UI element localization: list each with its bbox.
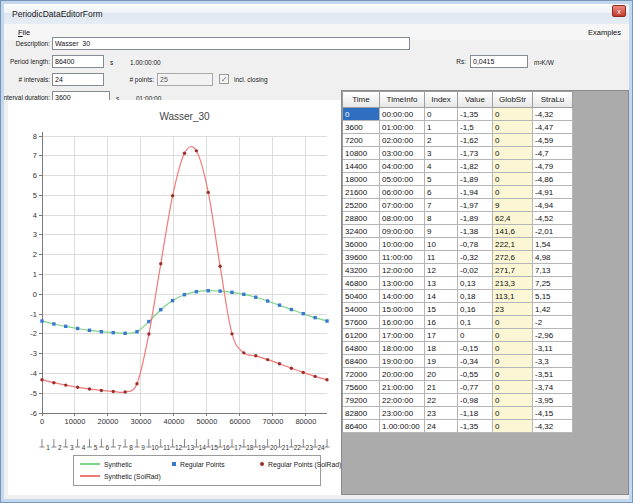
cell[interactable]: 18000 xyxy=(343,173,380,186)
cell[interactable]: 54000 xyxy=(343,303,380,316)
close-button[interactable]: x xyxy=(612,5,626,17)
cell[interactable]: -1,94 xyxy=(458,186,493,199)
cell[interactable]: -2,01 xyxy=(533,225,573,238)
cell[interactable]: 11:00:00 xyxy=(380,251,425,264)
cell[interactable]: 79200 xyxy=(343,394,380,407)
cell[interactable]: -0,98 xyxy=(458,394,493,407)
cell[interactable]: 0,18 xyxy=(458,290,493,303)
cell[interactable]: -3,11 xyxy=(533,342,573,355)
cell[interactable]: 0 xyxy=(493,342,533,355)
cell[interactable]: 20:00:00 xyxy=(380,368,425,381)
cell[interactable]: -1,82 xyxy=(458,160,493,173)
cell[interactable]: 14 xyxy=(425,290,458,303)
cell[interactable]: 8 xyxy=(425,212,458,225)
column-header-stralu[interactable]: StraLu xyxy=(533,92,573,108)
column-header-time[interactable]: Time xyxy=(343,92,380,108)
cell[interactable]: 04:00:00 xyxy=(380,160,425,173)
cell[interactable]: 46800 xyxy=(343,277,380,290)
cell[interactable]: 5 xyxy=(425,173,458,186)
period-length-input[interactable] xyxy=(52,55,104,68)
cell[interactable]: 62,4 xyxy=(493,212,533,225)
cell[interactable]: 32400 xyxy=(343,225,380,238)
cell[interactable]: 82800 xyxy=(343,407,380,420)
cell[interactable]: 10800 xyxy=(343,147,380,160)
cell[interactable]: 9 xyxy=(493,199,533,212)
cell[interactable]: 16:00:00 xyxy=(380,316,425,329)
cell[interactable]: 3 xyxy=(425,147,458,160)
cell[interactable]: 10 xyxy=(425,238,458,251)
cell[interactable]: 0 xyxy=(493,394,533,407)
cell[interactable]: -4,32 xyxy=(533,420,573,433)
cell[interactable]: -0,55 xyxy=(458,368,493,381)
cell[interactable]: 43200 xyxy=(343,264,380,277)
cell[interactable]: -1,18 xyxy=(458,407,493,420)
cell[interactable]: 0 xyxy=(343,108,380,121)
cell[interactable]: -0,77 xyxy=(458,381,493,394)
cell[interactable]: 7 xyxy=(425,199,458,212)
cell[interactable]: -4,79 xyxy=(533,160,573,173)
cell[interactable]: -4,32 xyxy=(533,108,573,121)
cell[interactable]: 0,1 xyxy=(458,316,493,329)
cell[interactable]: 0 xyxy=(493,407,533,420)
cell[interactable]: 22:00:00 xyxy=(380,394,425,407)
cell[interactable]: -3,3 xyxy=(533,355,573,368)
cell[interactable]: 75600 xyxy=(343,381,380,394)
cell[interactable]: -2,96 xyxy=(533,329,573,342)
cell[interactable]: 19:00:00 xyxy=(380,355,425,368)
cell[interactable]: 61200 xyxy=(343,329,380,342)
cell[interactable]: 19 xyxy=(425,355,458,368)
cell[interactable]: 0 xyxy=(493,121,533,134)
cell[interactable]: -1,89 xyxy=(458,212,493,225)
cell[interactable]: -4,94 xyxy=(533,199,573,212)
cell[interactable]: 4,98 xyxy=(533,251,573,264)
cell[interactable]: 0 xyxy=(493,381,533,394)
cell[interactable]: -1,38 xyxy=(458,225,493,238)
cell[interactable]: 07:00:00 xyxy=(380,199,425,212)
cell[interactable]: 7200 xyxy=(343,134,380,147)
cell[interactable]: -1,89 xyxy=(458,173,493,186)
cell[interactable]: 14:00:00 xyxy=(380,290,425,303)
cell[interactable]: 18:00:00 xyxy=(380,342,425,355)
cell[interactable]: -1,5 xyxy=(458,121,493,134)
cell[interactable]: -3,74 xyxy=(533,381,573,394)
title-bar[interactable]: PeriodicDataEditorForm x xyxy=(4,4,629,25)
cell[interactable]: 23 xyxy=(425,407,458,420)
cell[interactable]: 21600 xyxy=(343,186,380,199)
cell[interactable]: 272,6 xyxy=(493,251,533,264)
column-header-globstr[interactable]: GlobStr xyxy=(493,92,533,108)
cell[interactable]: 17:00:00 xyxy=(380,329,425,342)
rs-input[interactable] xyxy=(470,55,528,68)
cell[interactable]: -3,51 xyxy=(533,368,573,381)
cell[interactable]: 0 xyxy=(458,329,493,342)
cell[interactable]: -1,62 xyxy=(458,134,493,147)
cell[interactable]: 1,42 xyxy=(533,303,573,316)
cell[interactable]: 25200 xyxy=(343,199,380,212)
cell[interactable]: 50400 xyxy=(343,290,380,303)
cell[interactable]: 0 xyxy=(425,108,458,121)
cell[interactable]: 0 xyxy=(493,160,533,173)
cell[interactable]: 7,25 xyxy=(533,277,573,290)
cell[interactable]: 0 xyxy=(493,368,533,381)
cell[interactable]: 0 xyxy=(493,316,533,329)
cell[interactable]: 68400 xyxy=(343,355,380,368)
cell[interactable]: 222,1 xyxy=(493,238,533,251)
cell[interactable]: -4,52 xyxy=(533,212,573,225)
cell[interactable]: 39600 xyxy=(343,251,380,264)
cell[interactable]: 7,13 xyxy=(533,264,573,277)
cell[interactable]: 11 xyxy=(425,251,458,264)
cell[interactable]: -0,02 xyxy=(458,264,493,277)
cell[interactable]: 28800 xyxy=(343,212,380,225)
cell[interactable]: 64800 xyxy=(343,342,380,355)
cell[interactable]: -1,73 xyxy=(458,147,493,160)
cell[interactable]: -0,34 xyxy=(458,355,493,368)
cell[interactable]: -1,35 xyxy=(458,108,493,121)
cell[interactable]: 15:00:00 xyxy=(380,303,425,316)
cell[interactable]: 24 xyxy=(425,420,458,433)
cell[interactable]: 10:00:00 xyxy=(380,238,425,251)
cell[interactable]: 213,3 xyxy=(493,277,533,290)
cell[interactable]: 5,15 xyxy=(533,290,573,303)
cell[interactable]: 14400 xyxy=(343,160,380,173)
cell[interactable]: 57600 xyxy=(343,316,380,329)
cell[interactable]: 18 xyxy=(425,342,458,355)
cell[interactable]: 00:00:00 xyxy=(380,108,425,121)
